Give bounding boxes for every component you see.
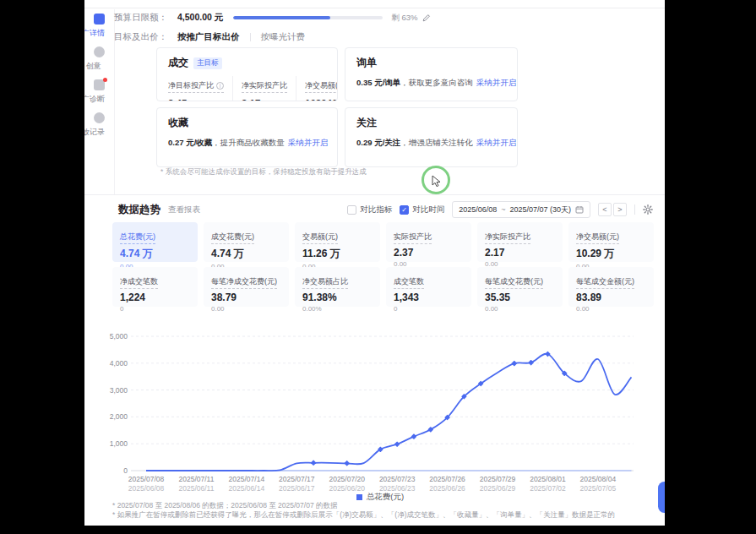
goal-bid-row: 目标及出价： 按推广目标出价 按曝光计费 [114,31,305,43]
sidebar-item-label: 创意 [84,61,115,72]
notification-dot [103,78,107,82]
metric-value: 2.17 [485,247,555,259]
metric-label: 净交易额(元) [576,232,619,244]
mouse-cursor-icon [432,175,442,191]
compare-metric-label: 对比指标 [360,204,392,215]
x-axis-tick: 2025/07/26 [429,475,465,483]
floating-side-button[interactable] [658,482,665,513]
data-point-marker[interactable] [344,460,350,466]
sidebar-item-label: 广详情 [84,28,115,39]
budget-edit-icon[interactable] [422,14,431,22]
main-goal-badge: 主目标 [193,57,222,69]
goal-card-suggestion[interactable]: 关注0.29 元/关注，增强店铺关注转化采纳并开启 [345,107,518,167]
prev-period-button[interactable]: < [598,203,612,216]
adopt-and-enable-link[interactable]: 采纳并开启 [476,78,517,87]
data-point-marker[interactable] [411,433,417,439]
y-axis-tick: 1,000 [110,439,128,448]
sidebar-item-diagnosis[interactable]: 广诊断 [84,79,115,105]
x-axis-tick: 2025/07/14 [229,475,265,483]
sidebar-item-creative[interactable]: 创意 [84,46,115,72]
goal-card-main[interactable]: 成交 主目标 净目标投产比i2.45净实际投产比2.17净交易额(元)10294… [156,47,338,101]
metric-card[interactable]: 净交易额占比91.38%0.00% [295,267,380,307]
date-separator: ~ [501,205,505,214]
metric-compare-value: 0.00% [302,305,373,313]
x-axis-tick: 2025/08/04 [580,475,617,483]
metric-label: 净实际投产比 [485,232,530,244]
compare-metric-checkbox[interactable]: 对比指标 [347,204,392,215]
metric-card[interactable]: 每笔净成交花费(元)38.790.00 [204,267,289,307]
date-pager: < > [598,203,627,216]
gear-icon[interactable] [643,204,653,215]
diagnosis-icon [94,79,105,90]
metric-value: 1,343 [394,292,464,303]
goal-card-suggestion[interactable]: 询单0.35 元/询单，获取更多意向咨询采纳并开启 [345,47,518,101]
goal-card-suggestion[interactable]: 收藏0.27 元/收藏，提升商品收藏数量采纳并开启 [156,107,338,167]
y-axis-tick: 5,000 [110,332,128,341]
data-point-marker[interactable] [394,441,400,447]
metric-card[interactable]: 实际投产比2.370.00 [386,222,471,262]
goal-stat: 净实际投产比2.17 [242,76,296,101]
metric-card[interactable]: 交易额(元)11.26 万0.00 [295,222,380,262]
goal-stat-label: 净交易额(元) [305,80,338,93]
sidebar-item-history[interactable]: 放记录 [84,112,115,138]
calendar-icon [575,205,584,214]
metric-value: 1,224 [120,292,190,303]
goal-card-title: 收藏 [168,116,326,130]
budget-value: 4,500.00 元 [177,12,223,24]
edit-icon[interactable] [190,100,198,102]
x-axis-tick: 2025/07/20 [329,475,365,483]
goal-stat-value: 2.45 [168,98,224,101]
next-period-button[interactable]: > [613,203,627,216]
metric-label: 每笔成交花费(元) [485,276,543,289]
y-axis-tick: 3,000 [110,386,128,395]
goal-card-desc: 0.29 元/关注，增强店铺关注转化采纳并开启 [356,138,506,149]
data-point-marker[interactable] [511,361,517,367]
compare-time-checkbox[interactable]: ✓ 对比时间 [400,204,444,215]
top-strip [84,0,665,8]
metric-label: 净成交笔数 [120,276,158,289]
checkbox-icon[interactable]: ✓ [400,205,409,215]
metric-label: 净交易额占比 [302,276,348,289]
app-window: 广详情创意广诊断放记录 预算日限额： 4,500.00 元 剩 63% 目标及出… [84,0,665,526]
controls-divider [634,204,635,215]
adopt-and-enable-link[interactable]: 采纳并开启 [288,138,329,147]
metric-label: 每笔净成交花费(元) [211,276,277,289]
metric-value: 2.37 [394,247,464,259]
view-report-link[interactable]: 查看报表 [168,204,200,215]
compare-time-label: 对比时间 [412,204,444,215]
metric-card[interactable]: 每笔成交花费(元)35.350.00 [477,267,563,307]
metric-compare-value: 0.00 [485,305,555,313]
tab-bid-by-goal[interactable]: 按推广目标出价 [177,31,240,43]
metric-card[interactable]: 总花费(元)4.74 万0.00 [112,222,198,262]
metric-card[interactable]: 每笔成交金额(元)83.890.00 [568,267,654,307]
goal-card-title: 询单 [356,56,506,70]
y-axis-tick: 2,000 [110,412,128,421]
history-icon [94,112,105,123]
metric-label: 实际投产比 [394,232,432,244]
budget-progress-bar [233,16,383,19]
main-series-line [146,354,631,471]
metric-card[interactable]: 成交笔数1,3430 [386,267,471,307]
metric-card[interactable]: 净实际投产比2.170.00 [477,222,563,262]
tab-bid-by-impression[interactable]: 按曝光计费 [261,31,306,43]
sidebar-item-label: 广诊断 [84,94,115,105]
metric-value: 35.35 [485,292,555,303]
goal-card-stats: 净目标投产比i2.45净实际投产比2.17净交易额(元)102946.60 [168,76,326,101]
metric-card[interactable]: 成交花费(元)4.74 万0.00 [204,222,289,262]
goal-stat: 净交易额(元)102946.60 [305,76,338,101]
goal-stat: 净目标投产比i2.45 [168,76,233,101]
metric-card[interactable]: 净成交笔数1,2240 [112,267,198,307]
metric-card[interactable]: 净交易额(元)10.29 万0.00 [568,222,654,262]
date-range-picker[interactable]: 2025/06/08 ~ 2025/07/07 (30天) [452,201,590,218]
data-point-marker[interactable] [311,460,317,466]
goal-cards-grid: 成交 主目标 净目标投产比i2.45净实际投产比2.17净交易额(元)10294… [156,47,518,167]
trend-controls: 对比指标 ✓ 对比时间 2025/06/08 ~ 2025/07/07 (30天… [347,201,653,218]
metric-value: 83.89 [576,292,646,303]
goal-stat-label: 净实际投产比 [242,80,287,93]
trend-chart: 01,0002,0003,0004,0005,0002025/07/082025… [106,324,655,493]
data-point-marker[interactable] [528,360,534,366]
info-icon[interactable]: i [216,82,224,90]
checkbox-icon[interactable] [347,205,356,215]
sidebar-item-promo-detail[interactable]: 广详情 [84,14,115,39]
adopt-and-enable-link[interactable]: 采纳并开启 [476,138,517,147]
